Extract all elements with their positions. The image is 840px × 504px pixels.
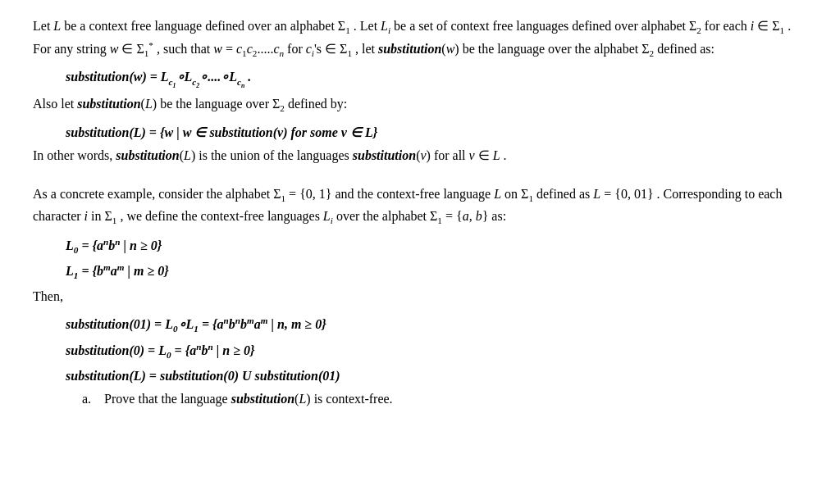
formula-substitution-L: substitution(L) = {w | w ∈ substitution(… (33, 123, 807, 143)
formula-sub-L-union-text: substitution(L) = substitution(0) U subs… (66, 369, 340, 383)
content-area: Let L be a context free language defined… (33, 16, 807, 410)
text-p1: Let L be a context free language defined… (33, 19, 791, 56)
formula-L0-text: L0 = {anbn | n ≥ 0} (66, 238, 162, 252)
formula-L1-text: L1 = {bmam | m ≥ 0} (66, 264, 169, 278)
text-also-let: Also let substitution(L) be the language… (33, 97, 347, 111)
paragraph-also-let: Also let substitution(L) be the language… (33, 94, 807, 116)
formula-sub-L-union: substitution(L) = substitution(0) U subs… (33, 366, 807, 387)
formula-sub-01-text: substitution(01) = L0∘L1 = {anbnbmam | n… (66, 317, 326, 331)
formula-L1: L1 = {bmam | m ≥ 0} (33, 261, 807, 284)
formula-text-2: substitution(L) = {w | w ∈ substitution(… (66, 125, 377, 139)
formula-sub-01: substitution(01) = L0∘L1 = {anbnbmam | n… (33, 314, 807, 337)
paragraph-then: Then, (33, 287, 807, 307)
formula-sub-0: substitution(0) = L0 = {anbn | n ≥ 0} (33, 340, 807, 363)
text-then: Then, (33, 289, 63, 303)
formula-text-1: substitution(w) = Lc1∘Lc2∘....∘Lcn . (66, 70, 251, 84)
text-prove: a. Prove that the language substitution(… (82, 392, 393, 406)
blank-line-1 (33, 173, 807, 184)
paragraph-in-other-words: In other words, substitution(L) is the u… (33, 146, 807, 166)
formula-sub-0-text: substitution(0) = L0 = {anbn | n ≥ 0} (66, 343, 254, 357)
text-in-other-words: In other words, substitution(L) is the u… (33, 148, 507, 162)
paragraph-prove: a. Prove that the language substitution(… (33, 389, 807, 410)
formula-substitution-w: substitution(w) = Lc1∘Lc2∘....∘Lcn . (33, 67, 807, 91)
paragraph-concrete-example: As a concrete example, consider the alph… (33, 184, 807, 228)
text-concrete-example: As a concrete example, consider the alph… (33, 187, 782, 223)
formula-L0: L0 = {anbn | n ≥ 0} (33, 234, 807, 257)
paragraph-1: Let L be a context free language defined… (33, 16, 807, 61)
